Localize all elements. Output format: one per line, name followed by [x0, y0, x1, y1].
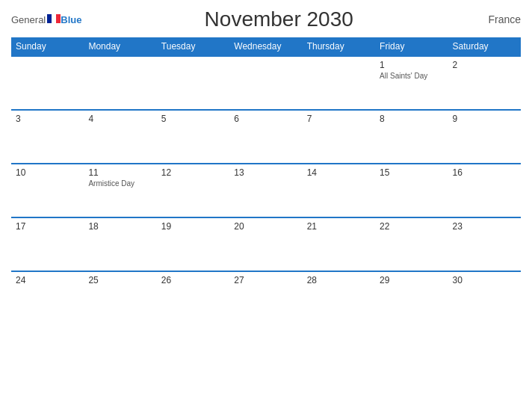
- day-number: 7: [307, 114, 371, 124]
- calendar-day-cell: 16: [448, 164, 521, 217]
- day-number: 28: [307, 275, 371, 285]
- day-number: 21: [307, 221, 371, 232]
- calendar-day-cell: 1All Saints' Day: [375, 56, 448, 110]
- calendar-day-cell: 28: [303, 271, 375, 325]
- calendar-day-cell: 12: [157, 164, 229, 217]
- day-number: 27: [234, 275, 297, 285]
- calendar-day-cell: 19: [157, 217, 229, 271]
- calendar-day-cell: 17: [11, 217, 84, 271]
- calendar-day-cell: 21: [303, 217, 375, 271]
- day-number: 19: [161, 221, 225, 232]
- day-number: 15: [380, 167, 443, 178]
- header-friday: Friday: [375, 37, 448, 56]
- calendar-day-cell: 26: [157, 271, 229, 325]
- calendar-title: November 2030: [81, 7, 476, 31]
- day-number: 5: [161, 114, 225, 124]
- calendar-day-cell: 11Armistice Day: [84, 164, 156, 217]
- day-number: 20: [234, 221, 297, 232]
- day-number: 26: [161, 275, 225, 285]
- calendar-day-cell: 30: [448, 271, 521, 325]
- calendar-day-cell: 29: [375, 271, 448, 325]
- logo: General Blue: [11, 14, 81, 25]
- calendar-day-cell: 4: [84, 110, 156, 164]
- calendar-day-cell: 10: [11, 164, 84, 217]
- day-number: 30: [453, 275, 516, 285]
- day-number: 14: [307, 167, 371, 178]
- calendar-body: 1All Saints' Day234567891011Armistice Da…: [11, 56, 521, 325]
- calendar-day-cell: 8: [375, 110, 448, 164]
- day-number: 9: [453, 114, 516, 124]
- calendar-week-row: 1All Saints' Day2: [11, 56, 521, 110]
- calendar-day-cell: 7: [303, 110, 375, 164]
- day-number: 24: [16, 275, 79, 285]
- calendar-header: General Blue November 2030 France: [11, 7, 521, 31]
- header-tuesday: Tuesday: [157, 37, 229, 56]
- svg-rect-1: [52, 14, 56, 23]
- header-monday: Monday: [84, 37, 156, 56]
- calendar-day-cell: 25: [84, 271, 156, 325]
- day-number: 10: [16, 167, 79, 178]
- calendar-day-cell: 20: [229, 217, 302, 271]
- calendar-day-cell: 13: [229, 164, 302, 217]
- header-sunday: Sunday: [11, 37, 84, 56]
- calendar-wrapper: General Blue November 2030 France Sunday…: [0, 0, 532, 411]
- svg-rect-0: [47, 14, 52, 23]
- calendar-day-cell: 15: [375, 164, 448, 217]
- calendar-day-cell: 6: [229, 110, 302, 164]
- calendar-week-row: 3456789: [11, 110, 521, 164]
- calendar-table: Sunday Monday Tuesday Wednesday Thursday…: [11, 37, 521, 325]
- day-number: 4: [88, 114, 152, 124]
- day-number: 22: [380, 221, 443, 232]
- calendar-day-cell: 9: [448, 110, 521, 164]
- day-number: 1: [380, 60, 443, 70]
- calendar-day-cell: 23: [448, 217, 521, 271]
- calendar-thead: Sunday Monday Tuesday Wednesday Thursday…: [11, 37, 521, 56]
- calendar-week-row: 1011Armistice Day1213141516: [11, 164, 521, 217]
- calendar-day-cell: 3: [11, 110, 84, 164]
- header-wednesday: Wednesday: [229, 37, 302, 56]
- day-number: 6: [234, 114, 297, 124]
- calendar-day-cell: [303, 56, 375, 110]
- day-number: 12: [161, 167, 225, 178]
- calendar-week-row: 24252627282930: [11, 271, 521, 325]
- calendar-day-cell: 5: [157, 110, 229, 164]
- day-number: 25: [88, 275, 152, 285]
- calendar-day-cell: 18: [84, 217, 156, 271]
- calendar-day-cell: 14: [303, 164, 375, 217]
- day-number: 17: [16, 221, 79, 232]
- header-thursday: Thursday: [303, 37, 375, 56]
- header-saturday: Saturday: [448, 37, 521, 56]
- day-number: 16: [453, 167, 516, 178]
- calendar-day-cell: 2: [448, 56, 521, 110]
- calendar-week-row: 17181920212223: [11, 217, 521, 271]
- country-label: France: [476, 13, 521, 25]
- calendar-day-cell: 22: [375, 217, 448, 271]
- holiday-name: All Saints' Day: [380, 72, 443, 80]
- calendar-day-cell: [11, 56, 84, 110]
- calendar-day-cell: [157, 56, 229, 110]
- calendar-day-cell: 24: [11, 271, 84, 325]
- day-number: 2: [453, 60, 516, 70]
- calendar-day-cell: 27: [229, 271, 302, 325]
- calendar-day-cell: [84, 56, 156, 110]
- day-number: 8: [380, 114, 443, 124]
- calendar-day-cell: [229, 56, 302, 110]
- holiday-name: Armistice Day: [88, 179, 152, 188]
- weekday-header-row: Sunday Monday Tuesday Wednesday Thursday…: [11, 37, 521, 56]
- day-number: 13: [234, 167, 297, 178]
- day-number: 18: [88, 221, 152, 232]
- day-number: 29: [380, 275, 443, 285]
- day-number: 11: [88, 167, 152, 178]
- logo-general-text: General: [11, 15, 46, 25]
- logo-flag-icon: [47, 14, 61, 23]
- logo-blue-text: Blue: [61, 15, 81, 25]
- day-number: 23: [453, 221, 516, 232]
- day-number: 3: [16, 114, 79, 124]
